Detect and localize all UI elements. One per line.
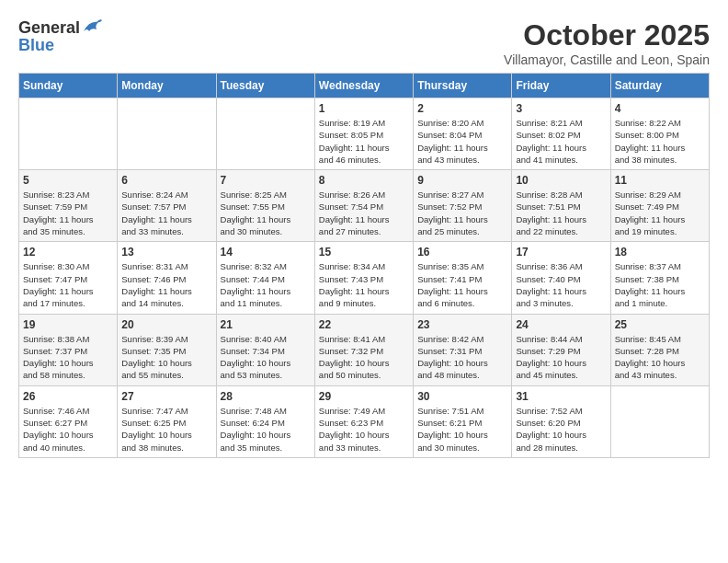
day-number: 19 (23, 318, 113, 331)
day-info: Sunrise: 8:32 AM Sunset: 7:44 PM Dayligh… (221, 260, 311, 309)
calendar-cell (118, 98, 216, 170)
calendar-cell: 31Sunrise: 7:52 AM Sunset: 6:20 PM Dayli… (512, 385, 610, 457)
calendar-cell: 4Sunrise: 8:22 AM Sunset: 8:00 PM Daylig… (610, 98, 709, 170)
calendar-week-row: 1Sunrise: 8:19 AM Sunset: 8:05 PM Daylig… (19, 98, 710, 170)
calendar-cell: 18Sunrise: 8:37 AM Sunset: 7:38 PM Dayli… (610, 242, 709, 314)
calendar-cell: 8Sunrise: 8:26 AM Sunset: 7:54 PM Daylig… (314, 170, 413, 242)
day-info: Sunrise: 7:48 AM Sunset: 6:24 PM Dayligh… (221, 405, 311, 454)
calendar-week-row: 12Sunrise: 8:30 AM Sunset: 7:47 PM Dayli… (19, 242, 710, 314)
day-number: 3 (516, 102, 606, 115)
day-number: 26 (23, 390, 113, 403)
day-number: 7 (221, 174, 311, 187)
calendar-header-monday: Monday (118, 74, 216, 98)
day-number: 24 (516, 318, 606, 331)
day-number: 5 (23, 174, 113, 187)
day-number: 18 (615, 246, 705, 259)
logo-general-text: General (18, 19, 80, 38)
day-info: Sunrise: 8:44 AM Sunset: 7:29 PM Dayligh… (516, 333, 606, 382)
day-info: Sunrise: 8:39 AM Sunset: 7:35 PM Dayligh… (121, 333, 211, 382)
day-info: Sunrise: 8:28 AM Sunset: 7:51 PM Dayligh… (516, 189, 606, 237)
calendar-cell: 22Sunrise: 8:41 AM Sunset: 7:32 PM Dayli… (314, 314, 413, 385)
logo-blue-text: Blue (18, 37, 102, 55)
calendar-cell: 13Sunrise: 8:31 AM Sunset: 7:46 PM Dayli… (118, 242, 216, 314)
day-number: 29 (319, 390, 409, 403)
calendar-table: SundayMondayTuesdayWednesdayThursdayFrid… (18, 73, 710, 458)
calendar-cell: 5Sunrise: 8:23 AM Sunset: 7:59 PM Daylig… (19, 170, 118, 242)
day-info: Sunrise: 8:29 AM Sunset: 7:49 PM Dayligh… (615, 189, 705, 237)
day-number: 10 (516, 174, 606, 187)
day-number: 2 (417, 102, 507, 115)
calendar-cell: 16Sunrise: 8:35 AM Sunset: 7:41 PM Dayli… (414, 242, 512, 314)
day-info: Sunrise: 7:49 AM Sunset: 6:23 PM Dayligh… (319, 405, 409, 454)
day-info: Sunrise: 8:23 AM Sunset: 7:59 PM Dayligh… (23, 189, 113, 237)
day-number: 28 (221, 390, 311, 403)
day-info: Sunrise: 8:26 AM Sunset: 7:54 PM Dayligh… (319, 189, 409, 237)
calendar-cell: 7Sunrise: 8:25 AM Sunset: 7:55 PM Daylig… (216, 170, 314, 242)
day-info: Sunrise: 7:47 AM Sunset: 6:25 PM Dayligh… (121, 405, 211, 454)
day-number: 15 (319, 246, 409, 259)
calendar-cell: 3Sunrise: 8:21 AM Sunset: 8:02 PM Daylig… (512, 98, 610, 170)
day-number: 1 (319, 102, 409, 115)
day-number: 20 (121, 318, 211, 331)
day-number: 16 (417, 246, 507, 259)
calendar-cell (19, 98, 118, 170)
day-number: 27 (121, 390, 211, 403)
month-title: October 2025 (504, 18, 710, 52)
calendar-cell: 27Sunrise: 7:47 AM Sunset: 6:25 PM Dayli… (118, 385, 216, 457)
day-number: 25 (615, 318, 705, 331)
day-info: Sunrise: 8:36 AM Sunset: 7:40 PM Dayligh… (516, 260, 606, 309)
day-number: 8 (319, 174, 409, 187)
calendar-cell: 1Sunrise: 8:19 AM Sunset: 8:05 PM Daylig… (314, 98, 413, 170)
day-info: Sunrise: 8:38 AM Sunset: 7:37 PM Dayligh… (23, 333, 113, 382)
calendar-cell: 2Sunrise: 8:20 AM Sunset: 8:04 PM Daylig… (414, 98, 512, 170)
day-info: Sunrise: 8:30 AM Sunset: 7:47 PM Dayligh… (23, 260, 113, 309)
day-number: 21 (221, 318, 311, 331)
calendar-cell: 20Sunrise: 8:39 AM Sunset: 7:35 PM Dayli… (118, 314, 216, 385)
day-number: 30 (417, 390, 507, 403)
day-info: Sunrise: 8:41 AM Sunset: 7:32 PM Dayligh… (319, 333, 409, 382)
page-header: General Blue October 2025 Villamayor, Ca… (18, 18, 710, 67)
day-info: Sunrise: 8:27 AM Sunset: 7:52 PM Dayligh… (417, 189, 507, 237)
calendar-cell: 21Sunrise: 8:40 AM Sunset: 7:34 PM Dayli… (216, 314, 314, 385)
day-info: Sunrise: 8:19 AM Sunset: 8:05 PM Dayligh… (319, 117, 409, 166)
day-info: Sunrise: 8:31 AM Sunset: 7:46 PM Dayligh… (121, 260, 211, 309)
day-info: Sunrise: 8:25 AM Sunset: 7:55 PM Dayligh… (221, 189, 311, 237)
day-info: Sunrise: 8:34 AM Sunset: 7:43 PM Dayligh… (319, 260, 409, 309)
logo: General Blue (18, 18, 102, 54)
day-number: 13 (121, 246, 211, 259)
calendar-header-sunday: Sunday (19, 74, 118, 98)
calendar-cell: 14Sunrise: 8:32 AM Sunset: 7:44 PM Dayli… (216, 242, 314, 314)
day-info: Sunrise: 8:45 AM Sunset: 7:28 PM Dayligh… (615, 333, 705, 382)
day-number: 6 (121, 174, 211, 187)
calendar-cell (610, 385, 709, 457)
location-title: Villamayor, Castille and Leon, Spain (504, 52, 710, 67)
calendar-header-thursday: Thursday (414, 74, 512, 98)
calendar-header-friday: Friday (512, 74, 610, 98)
calendar-cell: 10Sunrise: 8:28 AM Sunset: 7:51 PM Dayli… (512, 170, 610, 242)
calendar-week-row: 5Sunrise: 8:23 AM Sunset: 7:59 PM Daylig… (19, 170, 710, 242)
calendar-header-saturday: Saturday (610, 74, 709, 98)
calendar-cell: 19Sunrise: 8:38 AM Sunset: 7:37 PM Dayli… (19, 314, 118, 385)
calendar-cell: 12Sunrise: 8:30 AM Sunset: 7:47 PM Dayli… (19, 242, 118, 314)
calendar-cell (216, 98, 314, 170)
day-number: 4 (615, 102, 705, 115)
calendar-cell: 28Sunrise: 7:48 AM Sunset: 6:24 PM Dayli… (216, 385, 314, 457)
logo-bird-icon (82, 18, 102, 39)
calendar-cell: 17Sunrise: 8:36 AM Sunset: 7:40 PM Dayli… (512, 242, 610, 314)
calendar-header-tuesday: Tuesday (216, 74, 314, 98)
day-info: Sunrise: 7:46 AM Sunset: 6:27 PM Dayligh… (23, 405, 113, 454)
calendar-cell: 11Sunrise: 8:29 AM Sunset: 7:49 PM Dayli… (610, 170, 709, 242)
day-info: Sunrise: 8:35 AM Sunset: 7:41 PM Dayligh… (417, 260, 507, 309)
day-info: Sunrise: 8:42 AM Sunset: 7:31 PM Dayligh… (417, 333, 507, 382)
calendar-cell: 15Sunrise: 8:34 AM Sunset: 7:43 PM Dayli… (314, 242, 413, 314)
day-number: 12 (23, 246, 113, 259)
day-info: Sunrise: 8:21 AM Sunset: 8:02 PM Dayligh… (516, 117, 606, 166)
day-number: 17 (516, 246, 606, 259)
day-number: 23 (417, 318, 507, 331)
day-number: 22 (319, 318, 409, 331)
day-number: 14 (221, 246, 311, 259)
day-info: Sunrise: 7:52 AM Sunset: 6:20 PM Dayligh… (516, 405, 606, 454)
calendar-cell: 9Sunrise: 8:27 AM Sunset: 7:52 PM Daylig… (414, 170, 512, 242)
calendar-cell: 23Sunrise: 8:42 AM Sunset: 7:31 PM Dayli… (414, 314, 512, 385)
day-info: Sunrise: 8:22 AM Sunset: 8:00 PM Dayligh… (615, 117, 705, 166)
